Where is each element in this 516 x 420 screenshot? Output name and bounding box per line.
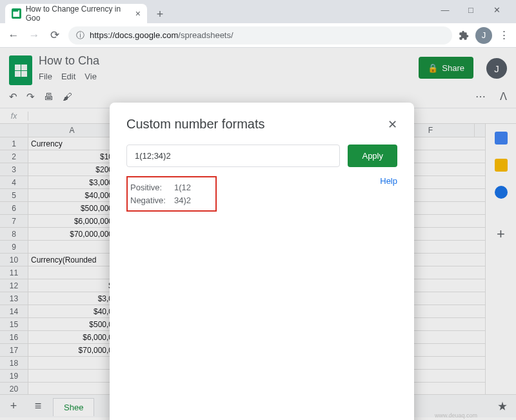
back-button[interactable]: ← [6,29,21,42]
address-bar: ← → ⟳ ⓘ https://docs.google.com/spreadsh… [0,23,516,48]
maximize-icon[interactable]: □ [464,5,477,15]
format-input[interactable] [126,145,340,167]
negative-label: Negative: [130,194,170,207]
window-controls: — □ ✕ [439,4,511,15]
profile-avatar[interactable]: J [475,27,492,44]
close-dialog-button[interactable]: ✕ [388,117,397,132]
new-tab-button[interactable]: + [151,5,169,23]
positive-label: Positive: [130,181,170,194]
reload-button[interactable]: ⟳ [48,28,62,42]
url-field[interactable]: ⓘ https://docs.google.com/spreadsheets/ [68,26,452,45]
sheets-app: How to Cha File Edit Vie 🔒 Share J ↶ ↷ 🖶… [0,48,516,420]
minimize-icon[interactable]: — [439,5,452,15]
tab-strip: How to Change Currency in Goo × + — □ ✕ [0,0,516,23]
site-info-icon[interactable]: ⓘ [76,30,84,41]
sheets-favicon-icon [12,8,21,19]
dialog-title: Custom number formats [126,117,265,132]
browser-tab[interactable]: How to Change Currency in Goo × [5,4,147,23]
close-window-icon[interactable]: ✕ [490,5,503,15]
close-tab-icon[interactable]: × [135,8,141,19]
tab-title: How to Change Currency in Goo [26,5,128,23]
forward-button: → [27,29,41,42]
browser-chrome: How to Change Currency in Goo × + — □ ✕ … [0,0,516,48]
apply-button[interactable]: Apply [348,145,397,167]
custom-number-formats-dialog: Custom number formats ✕ Apply Positive: … [110,103,414,420]
url-host: https://docs.google.com/spreadsheets/ [90,30,233,40]
format-preview: Positive: 1(12 Negative: 34)2 [126,176,217,212]
watermark: www.deuaq.com [435,412,477,419]
help-link[interactable]: Help [380,176,397,186]
positive-value: 1(12 [174,181,191,194]
extensions-icon[interactable] [459,30,469,41]
chrome-menu-icon[interactable]: ⋮ [499,28,510,42]
negative-value: 34)2 [174,194,191,207]
